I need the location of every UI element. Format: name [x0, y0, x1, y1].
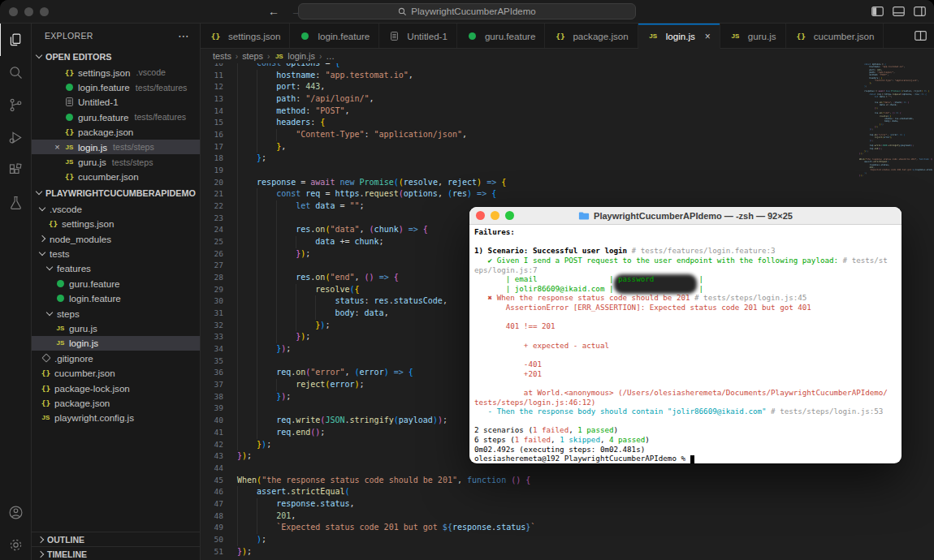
command-center-search[interactable]: PlaywrightCucumberAPIdemo: [298, 3, 636, 19]
tab-guru.js[interactable]: JSguru.js: [720, 24, 786, 48]
indent-guide: [276, 379, 296, 391]
tree-item-guru.feature[interactable]: guru.feature: [32, 276, 200, 291]
extensions-icon[interactable]: [0, 153, 31, 186]
tab-bar: {}settings.jsonlogin.featureUntitled-1gu…: [201, 24, 934, 49]
workspace-root-header[interactable]: PLAYWRIGHTCUCUMBERAPIDEMO: [32, 184, 200, 201]
tree-item-settings.json[interactable]: {}settings.json: [32, 217, 200, 231]
outline-section-header[interactable]: OUTLINE: [32, 532, 200, 546]
open-editor-guru.feature[interactable]: guru.featuretests/features: [32, 110, 200, 124]
open-editor-label: login.feature: [78, 82, 130, 93]
toggle-secondary-sidebar-icon[interactable]: [914, 6, 926, 16]
tab-login.js[interactable]: JSlogin.js×: [638, 24, 720, 49]
tree-item-label: tests: [50, 248, 69, 259]
tree-item-playwright.config.js[interactable]: JSplaywright.config.js: [32, 411, 200, 425]
tree-item-login.feature[interactable]: login.feature: [32, 291, 200, 305]
tab-settings.json[interactable]: {}settings.json: [201, 24, 290, 48]
open-editor-package.json[interactable]: {}package.json: [32, 125, 200, 140]
indent-guide: [276, 272, 296, 284]
open-editor-login.feature[interactable]: login.featuretests/features: [32, 80, 200, 94]
indent-guide: [276, 213, 296, 225]
explorer-actions-icon[interactable]: ⋯: [178, 29, 190, 42]
cucumber-icon: [54, 280, 67, 287]
tab-cucumber.json[interactable]: {}cucumber.json: [786, 24, 884, 48]
open-editors-header[interactable]: OPEN EDITORS: [32, 48, 200, 65]
line-number: 39: [201, 403, 223, 415]
line-number: 33: [201, 331, 223, 343]
indent-guide: [237, 379, 257, 391]
breadcrumb-item-login.js[interactable]: JSlogin.js: [274, 51, 315, 61]
close-icon[interactable]: ×: [51, 142, 63, 152]
open-editor-Untitled-1[interactable]: Untitled-1: [32, 95, 200, 110]
tab-package.json[interactable]: {}package.json: [545, 24, 638, 48]
tab-Untitled-1[interactable]: Untitled-1: [379, 24, 457, 48]
settings-gear-icon[interactable]: [0, 528, 31, 560]
tree-item-.gitignore[interactable]: .gitignore: [32, 351, 200, 365]
tree-item-login.js[interactable]: JSlogin.js: [32, 336, 200, 351]
indent-guide: [237, 510, 257, 523]
tree-item-package-lock.json[interactable]: {}package-lock.json: [32, 381, 200, 395]
tree-item-steps[interactable]: steps: [32, 306, 200, 321]
cucumber-icon: [54, 295, 67, 302]
file-icon: [388, 32, 400, 41]
split-editor-icon[interactable]: [915, 31, 927, 41]
tree-item-package.json[interactable]: {}package.json: [32, 395, 200, 410]
indent-guide: [237, 117, 257, 129]
js-icon: JS: [729, 32, 742, 40]
tree-item-node_modules[interactable]: node_modules: [32, 231, 200, 246]
account-icon[interactable]: [0, 496, 31, 528]
terminal-output[interactable]: Failures:1) Scenario: Successful user lo…: [469, 225, 902, 463]
open-editor-label: package.json: [78, 127, 133, 137]
line-number: 26: [201, 248, 223, 261]
tree-item-label: guru.js: [69, 323, 97, 334]
terminal-title-bar[interactable]: PlaywrightCucumberAPIdemo — -zsh — 92×25: [469, 207, 902, 225]
indent-guide: [237, 248, 257, 261]
code-line: 12 port: 443,: [201, 81, 934, 93]
line-number: 14: [201, 106, 223, 118]
navigate-back-icon[interactable]: ←: [268, 5, 279, 18]
source-control-icon[interactable]: [0, 88, 31, 121]
run-debug-icon[interactable]: [0, 121, 31, 153]
breadcrumb-item-…[interactable]: …: [326, 51, 335, 61]
tree-item-cucumber.json[interactable]: {}cucumber.json: [32, 365, 200, 380]
terminal-line: [474, 378, 897, 388]
line-number: 37: [201, 379, 223, 391]
explorer-sidebar: EXPLORER ⋯ OPEN EDITORS {}settings.json.…: [32, 24, 201, 560]
open-editor-cucumber.json[interactable]: {}cucumber.json: [32, 170, 200, 184]
indent-guide: [257, 70, 276, 82]
breadcrumb-item-tests[interactable]: tests: [213, 51, 231, 61]
tab-login.feature[interactable]: login.feature: [290, 24, 379, 48]
terminal-title: PlaywrightCucumberAPIdemo — -zsh — 92×25: [594, 211, 793, 221]
js-icon: JS: [63, 144, 76, 151]
toggle-primary-sidebar-icon[interactable]: [871, 6, 884, 16]
breadcrumb-item-steps[interactable]: steps: [242, 51, 263, 61]
open-editor-settings.json[interactable]: {}settings.json.vscode: [32, 65, 200, 80]
testing-icon[interactable]: [0, 186, 31, 218]
tree-item-.vscode[interactable]: .vscode: [32, 201, 200, 216]
terminal-line: AssertionError [ERR_ASSERTION]: Expected…: [474, 303, 897, 312]
indent-guide: [257, 200, 276, 213]
tree-item-guru.js[interactable]: JSguru.js: [32, 321, 200, 335]
breadcrumb: tests›steps›JSlogin.js›…: [201, 49, 934, 63]
terminal-line: [474, 312, 897, 322]
tree-item-features[interactable]: features: [32, 261, 200, 276]
search-icon[interactable]: [0, 56, 31, 88]
close-window-button[interactable]: [9, 7, 18, 16]
open-editor-path: tests/steps: [112, 157, 154, 167]
minimize-window-button[interactable]: [24, 7, 33, 16]
chevron-down-icon: [36, 188, 42, 195]
minimap[interactable]: const options = { hostname: "app.testoma…: [859, 63, 932, 177]
code-line: 10 const options = {: [201, 63, 934, 70]
tab-guru.feature[interactable]: guru.feature: [457, 24, 546, 48]
terminal-line: + expected - actual: [474, 341, 897, 351]
timeline-section-header[interactable]: TIMELINE: [32, 546, 200, 560]
line-number: 34: [201, 343, 223, 355]
zoom-window-button[interactable]: [40, 7, 49, 16]
tree-item-tests[interactable]: tests: [32, 246, 200, 261]
json-icon: {}: [63, 172, 76, 181]
open-editor-guru.js[interactable]: JSguru.jstests/steps: [32, 154, 200, 169]
close-icon[interactable]: ×: [705, 31, 711, 42]
explorer-icon[interactable]: [0, 24, 31, 56]
toggle-panel-icon[interactable]: [893, 6, 905, 16]
code-line: 46 assert.strictEqual(: [201, 486, 934, 498]
open-editor-login.js[interactable]: ×JSlogin.jstests/steps: [32, 140, 200, 154]
